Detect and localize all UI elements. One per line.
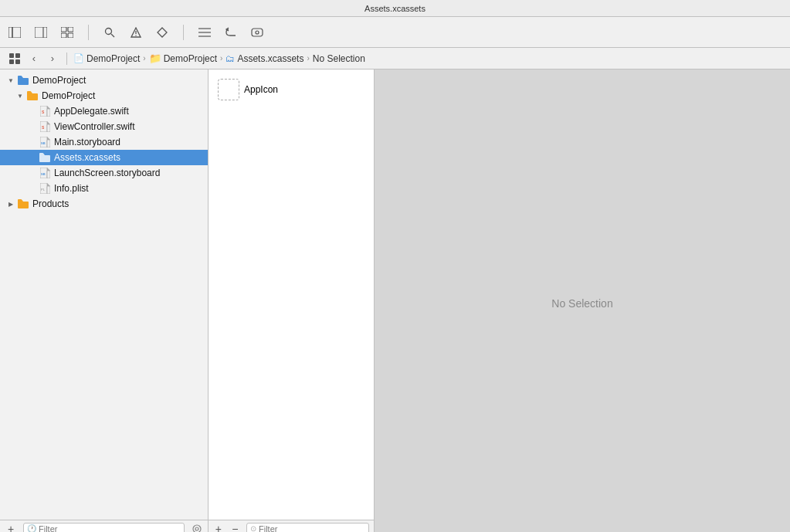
filter-input[interactable] [39, 524, 181, 533]
filter-circle-icon: ⊙ [250, 524, 256, 532]
breadcrumb-no-selection: No Selection [313, 53, 365, 64]
breadcrumb-folder-icon: 📁 [149, 53, 161, 64]
svg-rect-37 [47, 171, 50, 178]
triangle-icon-closed [6, 199, 15, 208]
breadcrumb-chevron-3: › [307, 54, 309, 63]
settings-icon[interactable] [191, 523, 203, 533]
folder-icon-yellow [26, 90, 39, 102]
sidebar-toggle-icon[interactable] [6, 24, 23, 41]
asset-list: AppIcon [209, 69, 374, 520]
sidebar-item-appdelegate[interactable]: S AppDelegate.swift [0, 103, 208, 119]
breadcrumb-path: 📄 DemoProject › 📁 DemoProject › 🗂 Assets… [73, 53, 365, 64]
folder-icon-products [17, 198, 29, 210]
svg-rect-41 [47, 186, 50, 194]
sidebar-item-demoproject-folder[interactable]: DemoProject [0, 88, 208, 103]
title-bar: Assets.xcassets [0, 0, 790, 17]
sidebar-label-launchscreen: LaunchScreen.storyboard [54, 168, 160, 178]
svg-marker-28 [47, 121, 50, 124]
breadcrumb-demoproject-2[interactable]: DemoProject [164, 53, 217, 64]
middle-panel: AppIcon + − ⊙ [209, 69, 375, 532]
svg-marker-13 [158, 28, 167, 37]
toolbar [0, 17, 790, 48]
breadcrumb-assets-label[interactable]: Assets.xcassets [237, 53, 303, 64]
svg-point-44 [195, 527, 198, 530]
svg-rect-29 [47, 124, 50, 132]
toolbar-separator-2 [183, 25, 184, 40]
sidebar-item-products[interactable]: Products [0, 196, 208, 212]
svg-point-8 [106, 28, 112, 34]
middle-bottom-bar: + − ⊙ [209, 520, 374, 532]
svg-text:PL: PL [41, 188, 46, 191]
sidebar-item-viewcontroller[interactable]: S ViewController.swift [0, 119, 208, 134]
toolbar-separator-1 [88, 25, 89, 40]
svg-rect-19 [9, 53, 14, 58]
svg-rect-5 [68, 27, 73, 32]
breadcrumb-file-icon-item: 📄 DemoProject [73, 53, 140, 64]
add-file-button[interactable]: + [5, 523, 17, 533]
badge-icon[interactable] [249, 24, 266, 41]
svg-marker-32 [47, 137, 50, 140]
search-icon[interactable] [101, 24, 118, 41]
warning-icon[interactable] [127, 24, 144, 41]
svg-text:SB: SB [41, 172, 46, 176]
sidebar-label-mainstoryboard: Main.storyboard [54, 137, 120, 147]
svg-point-43 [193, 525, 201, 533]
storyboard-icon-2: SB [39, 167, 51, 179]
back-button[interactable]: ‹ [26, 51, 42, 66]
breadcrumb-chevron-2: › [220, 54, 222, 63]
diamond-icon[interactable] [154, 24, 171, 41]
no-selection-text: No Selection [551, 297, 612, 310]
swift-file-icon-1: S [39, 105, 51, 117]
sidebar-label-assets: Assets.xcassets [54, 152, 120, 163]
swift-file-icon-2: S [39, 120, 51, 133]
filter-wrapper-2: ⊙ [246, 523, 369, 533]
grid-view-button[interactable] [6, 50, 23, 67]
breadcrumb-chevron-1: › [143, 54, 145, 63]
sidebar-item-mainstoryboard[interactable]: SB Main.storyboard [0, 134, 208, 150]
svg-rect-21 [9, 59, 14, 64]
filter-clock-icon: 🕐 [27, 524, 36, 532]
svg-marker-40 [47, 183, 50, 186]
breadcrumb-xcassets-icon: 🗂 [225, 53, 235, 64]
forward-button[interactable]: › [45, 51, 60, 66]
breadcrumb-bar: ‹ › 📄 DemoProject › 📁 DemoProject › 🗂 As… [0, 48, 790, 69]
plist-icon: PL [39, 182, 51, 195]
triangle-icon-open [6, 76, 15, 85]
svg-text:SB: SB [41, 141, 46, 145]
sidebar-item-infoplist[interactable]: PL Info.plist [0, 181, 208, 196]
svg-point-18 [256, 31, 259, 34]
filter-wrapper: 🕐 [23, 523, 185, 533]
appicon-preview [218, 79, 239, 100]
sidebar-label-infoplist: Info.plist [54, 183, 89, 194]
svg-rect-2 [35, 27, 47, 38]
sidebar-label-appdelegate: AppDelegate.swift [54, 106, 129, 117]
triangle-icon-open-2 [15, 91, 25, 100]
svg-rect-6 [61, 33, 66, 38]
sidebar-label-products: Products [32, 198, 69, 209]
sidebar-label-demoproject-root: DemoProject [32, 75, 86, 86]
add-asset-button[interactable]: + [213, 523, 224, 533]
asset-filter-input[interactable] [259, 524, 365, 533]
sidebar-item-assets[interactable]: Assets.xcassets [0, 150, 208, 165]
breadcrumb-folder-item: 📁 DemoProject [149, 53, 217, 64]
svg-rect-25 [47, 109, 50, 117]
sidebar-item-launchscreen[interactable]: SB LaunchScreen.storyboard [0, 165, 208, 181]
undo-icon[interactable] [222, 24, 239, 41]
remove-asset-button[interactable]: − [230, 523, 241, 533]
breadcrumb-demoproject-1[interactable]: DemoProject [86, 53, 140, 64]
svg-rect-22 [15, 59, 20, 64]
sidebar-item-demoproject-root[interactable]: DemoProject [0, 73, 208, 88]
svg-point-12 [135, 35, 136, 36]
svg-marker-24 [47, 106, 50, 109]
panel-icon[interactable] [32, 24, 49, 41]
svg-line-9 [111, 34, 114, 37]
list-icon[interactable] [196, 24, 213, 41]
sidebar: DemoProject DemoProject S AppDelegate.sw… [0, 69, 209, 532]
window-title: Assets.xcassets [364, 4, 426, 13]
sidebar-tree: DemoProject DemoProject S AppDelegate.sw… [0, 69, 208, 520]
svg-marker-36 [47, 168, 50, 171]
breadcrumb-doc-icon: 📄 [73, 53, 84, 63]
asset-item-appicon[interactable]: AppIcon [215, 76, 368, 103]
appicon-label: AppIcon [244, 84, 278, 95]
layout-icon[interactable] [59, 24, 76, 41]
